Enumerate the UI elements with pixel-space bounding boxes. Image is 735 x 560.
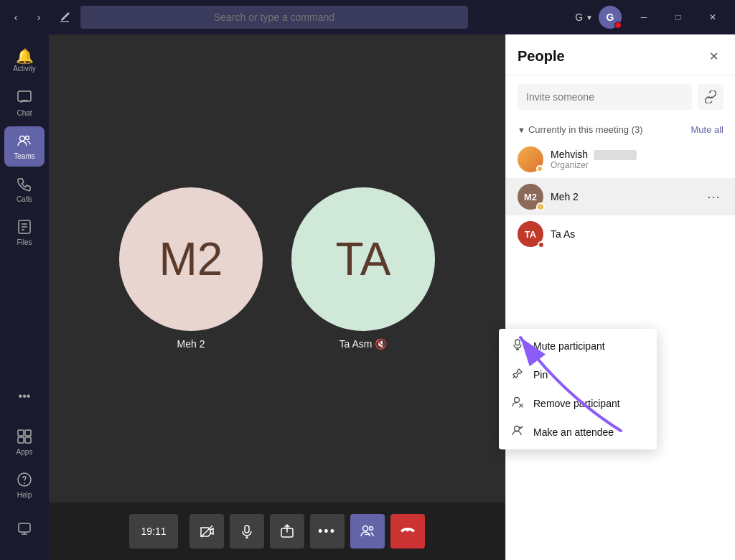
sidebar-item-files[interactable]: Files — [4, 213, 45, 253]
make-attendee-item[interactable]: Make an attendee — [499, 418, 657, 447]
status-badge-taas — [538, 241, 545, 248]
svg-rect-15 — [365, 534, 370, 535]
svg-rect-7 — [25, 437, 31, 443]
mute-participant-item[interactable]: Mute participant — [499, 332, 657, 360]
participant-video-m2: M2 Meh 2 — [119, 187, 263, 350]
sidebar-item-apps[interactable]: Apps — [4, 422, 45, 462]
avatar-ta: TA — [291, 187, 435, 331]
notification-badge — [614, 22, 622, 29]
sidebar-item-chat[interactable]: Chat — [4, 83, 45, 123]
people-button[interactable] — [350, 514, 385, 549]
maximize-button[interactable]: □ — [662, 6, 695, 29]
avatar-taas: TA — [518, 221, 543, 247]
search-input[interactable] — [80, 6, 468, 29]
muted-icon: 🔇 — [375, 338, 387, 350]
svg-point-1 — [20, 136, 25, 141]
svg-rect-5 — [25, 430, 31, 436]
attendee-icon — [510, 425, 525, 439]
mic-menu-icon — [510, 339, 525, 353]
apps-icon — [17, 429, 32, 447]
mute-all-button[interactable]: Mute all — [690, 124, 724, 135]
user-initial: G — [575, 11, 583, 23]
sidebar-item-help[interactable]: Help — [4, 465, 45, 505]
sidebar-label-help: Help — [17, 491, 32, 499]
user-menu[interactable]: G ▼ — [575, 11, 593, 23]
people-panel: People ✕ ▼ Currently in this meeting (3)… — [505, 34, 735, 560]
invite-input[interactable] — [518, 84, 692, 110]
participant-name-meh2: Meh 2 — [551, 191, 696, 202]
sidebar-item-device[interactable] — [4, 508, 45, 549]
svg-rect-4 — [18, 430, 24, 436]
avatar-m2-initials: M2 — [159, 233, 223, 286]
sidebar-item-calls[interactable]: Calls — [4, 169, 45, 210]
main-layout: 🔔 Activity Chat Teams — [0, 34, 735, 560]
close-panel-button[interactable]: ✕ — [703, 46, 724, 66]
nav-buttons: ‹ › — [6, 7, 49, 27]
remove-participant-item[interactable]: Remove participant — [499, 389, 657, 418]
svg-point-2 — [26, 136, 29, 140]
camera-button[interactable] — [189, 514, 224, 549]
minimize-button[interactable]: ─ — [627, 6, 660, 29]
svg-rect-0 — [18, 91, 31, 101]
calls-icon — [17, 176, 32, 194]
more-icon: ••• — [318, 524, 336, 539]
end-call-button[interactable] — [390, 514, 425, 549]
sidebar-label-teams: Teams — [14, 152, 34, 160]
invite-row — [506, 75, 735, 118]
participant-video-ta: TA Ta Asm 🔇 — [291, 187, 435, 350]
help-icon — [17, 472, 32, 490]
share-button[interactable] — [270, 514, 304, 549]
svg-point-14 — [369, 527, 373, 531]
participant-row-taas[interactable]: TA Ta As — [506, 215, 735, 253]
sidebar-more-button[interactable]: ••• — [4, 376, 45, 416]
sidebar-label-calls: Calls — [17, 195, 32, 203]
participant-name-m2: Meh 2 — [177, 338, 205, 350]
mute-label: Mute participant — [533, 340, 605, 352]
context-menu: Mute participant Pin — [499, 329, 657, 449]
svg-rect-6 — [18, 437, 24, 443]
sidebar-label-chat: Chat — [17, 109, 32, 117]
section-label: ▼ Currently in this meeting (3) — [518, 124, 643, 135]
sidebar-label-files: Files — [17, 238, 32, 246]
remove-icon — [510, 396, 525, 411]
titlebar-right: G ▼ G ─ □ ✕ — [575, 6, 729, 29]
titlebar: ‹ › G ▼ G ─ □ ✕ — [0, 0, 735, 34]
activity-icon: 🔔 — [16, 49, 34, 63]
avatar-ta-initials: TA — [335, 233, 390, 286]
participant-more-button[interactable]: ⋯ — [703, 187, 724, 207]
close-button[interactable]: ✕ — [696, 6, 729, 29]
compose-button[interactable] — [55, 7, 75, 27]
panel-title: People — [518, 48, 565, 65]
avatar-mehvish — [518, 146, 543, 172]
participant-row-meh2[interactable]: M2 ! Meh 2 ⋯ Mute participant — [506, 178, 735, 215]
online-status-badge — [536, 165, 543, 172]
sidebar-label-apps: Apps — [17, 448, 33, 456]
avatar-meh2: M2 ! — [518, 184, 543, 210]
chat-icon — [17, 90, 32, 108]
mic-button[interactable] — [230, 514, 264, 549]
participant-name-ta: Ta Asm 🔇 — [340, 338, 388, 350]
svg-rect-10 — [19, 523, 30, 532]
svg-rect-16 — [515, 340, 520, 345]
avatar[interactable]: G — [599, 6, 622, 29]
pin-item[interactable]: Pin — [499, 360, 657, 389]
sidebar-item-activity[interactable]: 🔔 Activity — [4, 40, 45, 80]
more-options-button[interactable]: ••• — [310, 514, 345, 549]
svg-point-13 — [362, 526, 368, 531]
sidebar-item-teams[interactable]: Teams — [4, 126, 45, 167]
meeting-area: M2 Meh 2 TA Ta Asm 🔇 19:11 — [49, 34, 505, 560]
participant-info-mehvish: Mehvish Organizer — [551, 149, 724, 170]
chevron-down-icon: ▼ — [518, 126, 525, 134]
forward-button[interactable]: › — [29, 7, 49, 27]
back-button[interactable]: ‹ — [6, 7, 26, 27]
participant-info-meh2: Meh 2 — [551, 191, 696, 202]
participant-role: Organizer — [551, 160, 724, 170]
copy-link-button[interactable] — [698, 84, 724, 110]
call-timer: 19:11 — [129, 514, 177, 549]
svg-rect-11 — [245, 526, 249, 533]
participant-row-mehvish[interactable]: Mehvish Organizer — [506, 141, 735, 178]
remove-label: Remove participant — [533, 398, 620, 409]
video-grid: M2 Meh 2 TA Ta Asm 🔇 — [49, 34, 505, 503]
blurred-surname — [594, 150, 637, 160]
section-header: ▼ Currently in this meeting (3) Mute all — [506, 118, 735, 141]
